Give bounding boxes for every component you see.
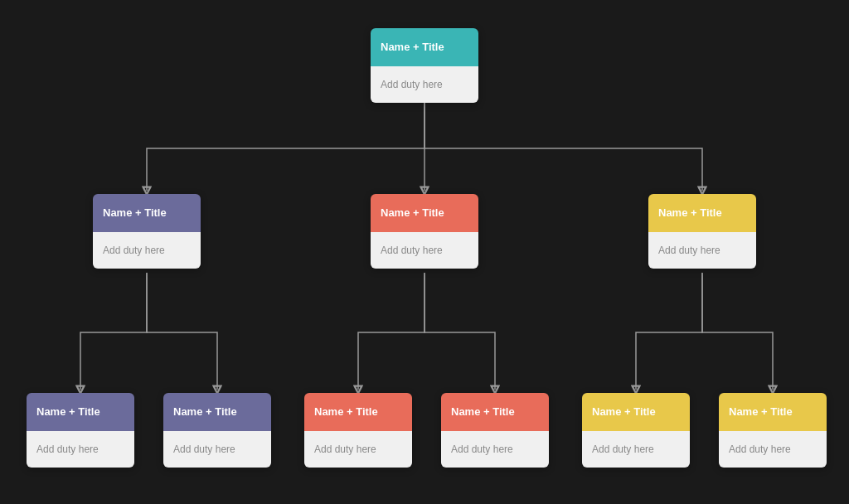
node-bot-rr-label: Name + Title bbox=[719, 393, 827, 431]
node-bot-cl[interactable]: Name + Title Add duty here bbox=[304, 393, 412, 468]
node-bot-cl-duty: Add duty here bbox=[304, 431, 412, 468]
node-bot-cr-duty: Add duty here bbox=[441, 431, 549, 468]
node-root-label: Name + Title bbox=[371, 28, 478, 66]
node-bot-rr-duty: Add duty here bbox=[719, 431, 827, 468]
node-mid-left[interactable]: Name + Title Add duty here bbox=[93, 194, 201, 269]
node-mid-right[interactable]: Name + Title Add duty here bbox=[648, 194, 756, 269]
node-mid-center-label: Name + Title bbox=[371, 194, 478, 232]
node-bot-lr[interactable]: Name + Title Add duty here bbox=[163, 393, 271, 468]
node-mid-right-label: Name + Title bbox=[648, 194, 756, 232]
node-mid-left-label: Name + Title bbox=[93, 194, 201, 232]
node-bot-cr-label: Name + Title bbox=[441, 393, 549, 431]
node-bot-rl-label: Name + Title bbox=[582, 393, 690, 431]
node-bot-rr[interactable]: Name + Title Add duty here bbox=[719, 393, 827, 468]
node-mid-center-duty: Add duty here bbox=[371, 232, 478, 269]
node-mid-center[interactable]: Name + Title Add duty here bbox=[371, 194, 478, 269]
node-root[interactable]: Name + Title Add duty here bbox=[371, 28, 478, 103]
node-bot-lr-duty: Add duty here bbox=[163, 431, 271, 468]
node-bot-lr-label: Name + Title bbox=[163, 393, 271, 431]
node-mid-right-duty: Add duty here bbox=[648, 232, 756, 269]
node-bot-rl-duty: Add duty here bbox=[582, 431, 690, 468]
node-mid-left-duty: Add duty here bbox=[93, 232, 201, 269]
node-bot-cl-label: Name + Title bbox=[304, 393, 412, 431]
node-bot-cr[interactable]: Name + Title Add duty here bbox=[441, 393, 549, 468]
node-bot-ll[interactable]: Name + Title Add duty here bbox=[27, 393, 134, 468]
node-root-duty: Add duty here bbox=[371, 66, 478, 103]
node-bot-ll-label: Name + Title bbox=[27, 393, 134, 431]
node-bot-rl[interactable]: Name + Title Add duty here bbox=[582, 393, 690, 468]
org-chart: Name + Title Add duty here Name + Title … bbox=[18, 12, 831, 492]
node-bot-ll-duty: Add duty here bbox=[27, 431, 134, 468]
